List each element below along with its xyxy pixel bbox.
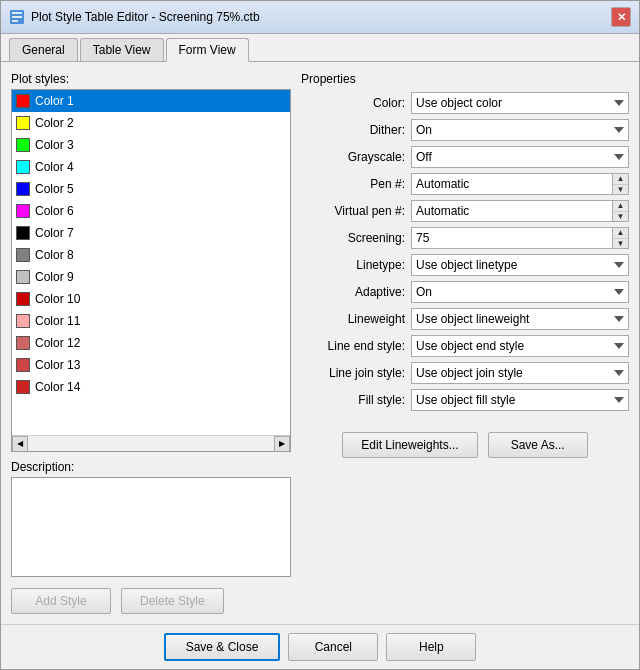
description-label: Description:: [11, 460, 291, 474]
save-as-button[interactable]: Save As...: [488, 432, 588, 458]
color-swatch: [16, 226, 30, 240]
color-swatch: [16, 380, 30, 394]
add-style-button[interactable]: Add Style: [11, 588, 111, 614]
list-item-label: Color 4: [35, 160, 74, 174]
color-swatch: [16, 358, 30, 372]
list-item-label: Color 1: [35, 94, 74, 108]
list-item[interactable]: Color 2: [12, 112, 290, 134]
virtual-pen-control: ▲ ▼: [411, 200, 629, 222]
tab-tableview[interactable]: Table View: [80, 38, 164, 61]
list-item-label: Color 7: [35, 226, 74, 240]
color-select[interactable]: Use object color Black Red: [411, 92, 629, 114]
horizontal-scrollbar[interactable]: ◀ ▶: [12, 435, 290, 451]
grayscale-row: Grayscale: On Off: [301, 146, 629, 168]
h-scroll-track[interactable]: [28, 436, 274, 452]
fill-style-select[interactable]: Use object fill style Solid Checkerboard: [411, 389, 629, 411]
linetype-select[interactable]: Use object linetype Solid Dashed: [411, 254, 629, 276]
list-item-label: Color 10: [35, 292, 80, 306]
tab-formview[interactable]: Form View: [166, 38, 249, 62]
adaptive-select[interactable]: On Off: [411, 281, 629, 303]
linetype-label: Linetype:: [301, 258, 411, 272]
screening-spinner: ▲ ▼: [411, 227, 629, 249]
list-item[interactable]: Color 10: [12, 288, 290, 310]
close-button[interactable]: ✕: [611, 7, 631, 27]
screening-down[interactable]: ▼: [613, 239, 628, 249]
plot-styles-label: Plot styles:: [11, 72, 291, 86]
lineweight-row: Lineweight Use object lineweight 0.05 mm…: [301, 308, 629, 330]
list-item-label: Color 2: [35, 116, 74, 130]
adaptive-row: Adaptive: On Off: [301, 281, 629, 303]
list-item[interactable]: Color 12: [12, 332, 290, 354]
screening-input[interactable]: [412, 228, 612, 248]
color-label: Color:: [301, 96, 411, 110]
pen-num-spinner-btns: ▲ ▼: [612, 174, 628, 194]
list-item-label: Color 5: [35, 182, 74, 196]
screening-label: Screening:: [301, 231, 411, 245]
adaptive-control: On Off: [411, 281, 629, 303]
list-item[interactable]: Color 7: [12, 222, 290, 244]
list-item[interactable]: Color 1: [12, 90, 290, 112]
delete-style-button[interactable]: Delete Style: [121, 588, 224, 614]
dither-select[interactable]: On Off: [411, 119, 629, 141]
plot-styles-list[interactable]: Color 1Color 2Color 3Color 4Color 5Color…: [12, 90, 290, 435]
list-item[interactable]: Color 14: [12, 376, 290, 398]
color-swatch: [16, 204, 30, 218]
list-item[interactable]: Color 4: [12, 156, 290, 178]
list-item-label: Color 9: [35, 270, 74, 284]
color-swatch: [16, 182, 30, 196]
color-swatch: [16, 160, 30, 174]
edit-lineweights-button[interactable]: Edit Lineweights...: [342, 432, 477, 458]
list-item-label: Color 6: [35, 204, 74, 218]
cancel-button[interactable]: Cancel: [288, 633, 378, 661]
svg-rect-3: [12, 20, 18, 22]
virtual-pen-spinner-btns: ▲ ▼: [612, 201, 628, 221]
fill-style-row: Fill style: Use object fill style Solid …: [301, 389, 629, 411]
list-item[interactable]: Color 11: [12, 310, 290, 332]
save-close-button[interactable]: Save & Close: [164, 633, 281, 661]
scroll-right-btn[interactable]: ▶: [274, 436, 290, 452]
color-swatch: [16, 292, 30, 306]
virtual-pen-up[interactable]: ▲: [613, 201, 628, 212]
color-swatch: [16, 270, 30, 284]
pen-num-row: Pen #: ▲ ▼: [301, 173, 629, 195]
list-item-label: Color 8: [35, 248, 74, 262]
scroll-left-btn[interactable]: ◀: [12, 436, 28, 452]
list-item[interactable]: Color 13: [12, 354, 290, 376]
dither-label: Dither:: [301, 123, 411, 137]
screening-up[interactable]: ▲: [613, 228, 628, 239]
pen-num-down[interactable]: ▼: [613, 185, 628, 195]
description-input[interactable]: [11, 477, 291, 577]
plot-styles-list-container: Color 1Color 2Color 3Color 4Color 5Color…: [11, 89, 291, 452]
virtual-pen-row: Virtual pen #: ▲ ▼: [301, 200, 629, 222]
grayscale-control: On Off: [411, 146, 629, 168]
line-join-style-control: Use object join style Miter Bevel: [411, 362, 629, 384]
list-item[interactable]: Color 6: [12, 200, 290, 222]
list-item[interactable]: Color 9: [12, 266, 290, 288]
dither-row: Dither: On Off: [301, 119, 629, 141]
pen-num-input[interactable]: [412, 174, 612, 194]
line-end-style-label: Line end style:: [301, 339, 411, 353]
list-item[interactable]: Color 3: [12, 134, 290, 156]
line-join-style-select[interactable]: Use object join style Miter Bevel: [411, 362, 629, 384]
pen-num-up[interactable]: ▲: [613, 174, 628, 185]
properties-label: Properties: [301, 72, 629, 86]
title-bar-left: Plot Style Table Editor - Screening 75%.…: [9, 9, 260, 25]
help-button[interactable]: Help: [386, 633, 476, 661]
line-end-style-row: Line end style: Use object end style But…: [301, 335, 629, 357]
svg-rect-1: [12, 12, 22, 14]
list-item[interactable]: Color 8: [12, 244, 290, 266]
linetype-control: Use object linetype Solid Dashed: [411, 254, 629, 276]
main-content: Plot styles: Color 1Color 2Color 3Color …: [1, 62, 639, 624]
list-item[interactable]: Color 5: [12, 178, 290, 200]
list-item-label: Color 14: [35, 380, 80, 394]
grayscale-select[interactable]: On Off: [411, 146, 629, 168]
right-panel: Properties Color: Use object color Black…: [301, 72, 629, 614]
line-end-style-select[interactable]: Use object end style Butt Square: [411, 335, 629, 357]
screening-control: ▲ ▼: [411, 227, 629, 249]
virtual-pen-input[interactable]: [412, 201, 612, 221]
tab-general[interactable]: General: [9, 38, 78, 61]
lineweight-control: Use object lineweight 0.05 mm 0.09 mm: [411, 308, 629, 330]
color-swatch: [16, 138, 30, 152]
virtual-pen-down[interactable]: ▼: [613, 212, 628, 222]
lineweight-select[interactable]: Use object lineweight 0.05 mm 0.09 mm: [411, 308, 629, 330]
